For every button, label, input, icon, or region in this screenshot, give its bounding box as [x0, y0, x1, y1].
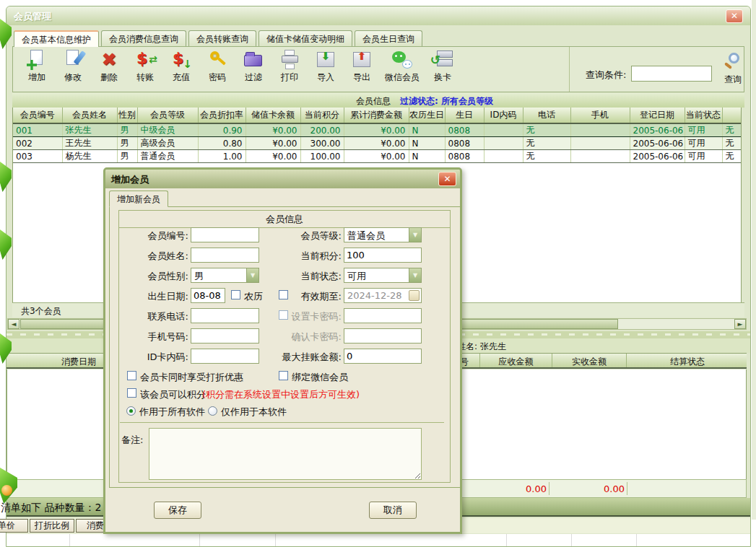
points-enable-checkbox[interactable]	[127, 388, 136, 398]
column-header[interactable]: 当前状态	[685, 108, 722, 123]
query-condition-label: 查询条件:	[586, 69, 626, 82]
column-header[interactable]: 性别	[117, 108, 137, 123]
filter-button[interactable]: 过滤	[235, 49, 271, 84]
recharge-button[interactable]: $↓ 充值	[163, 49, 199, 84]
bind-wechat-checkbox[interactable]	[279, 371, 288, 380]
column-header[interactable]: 电话	[523, 108, 570, 123]
column-header[interactable]: 结算状态	[627, 356, 748, 368]
member-id-input[interactable]	[191, 227, 259, 242]
column-header[interactable]: 储值卡余额	[246, 108, 300, 123]
column-header[interactable]: 打折比例	[30, 519, 74, 533]
birth-date-label: 出生日期:	[120, 290, 188, 303]
confirm-password-input	[344, 328, 422, 343]
confirm-password-label: 确认卡密码:	[275, 331, 342, 343]
max-credit-input[interactable]	[344, 349, 422, 364]
query-condition-input[interactable]	[631, 66, 712, 82]
column-header[interactable]: 会员等级	[137, 108, 198, 123]
export-button[interactable]: ⬆ 导出	[344, 49, 380, 84]
expiry-date-picker[interactable]: 2024-12-28	[344, 288, 422, 303]
dialog-tab-add-new-member[interactable]: 增加新会员	[109, 191, 168, 207]
this-software-radio[interactable]	[208, 406, 217, 416]
list-summary: 清单如下 品种数量：2	[1, 502, 101, 515]
cell: 无	[523, 123, 570, 137]
window-titlebar: 会员管理 ✕	[6, 6, 750, 25]
tab-birthday-query[interactable]: 会员生日查询	[355, 30, 422, 46]
column-header[interactable]: 当前积分	[300, 108, 344, 123]
toolbar: 增加 修改 ✖ 删除 $⇄ 转账 $↓ 充值	[12, 46, 744, 92]
modify-button[interactable]: 修改	[55, 49, 91, 84]
column-header[interactable]: 微信	[722, 108, 742, 123]
tab-consume-query[interactable]: 会员消费信息查询	[101, 30, 186, 46]
member-level-select[interactable]: 普通会员 ▼	[344, 227, 422, 242]
transfer-icon: $⇄	[133, 49, 157, 71]
dialog-close-button[interactable]: ✕	[438, 172, 456, 186]
column-header[interactable]: 会员编号	[13, 108, 62, 123]
chevron-down-icon[interactable]: ▼	[409, 268, 421, 282]
import-button[interactable]: ⬇ 导入	[308, 49, 344, 84]
cell: ¥0.00	[344, 150, 409, 163]
query-button[interactable]: 查询	[718, 51, 748, 86]
chevron-down-icon[interactable]: ▼	[409, 228, 421, 242]
scroll-left-arrow[interactable]: ◄	[8, 319, 19, 329]
state-select[interactable]: 可用 ▼	[344, 268, 422, 283]
phone-label: 联系电话:	[120, 310, 188, 323]
chevron-down-icon[interactable]: ▼	[246, 268, 258, 282]
calendar-button[interactable]	[409, 290, 420, 301]
id-card-input[interactable]	[191, 349, 259, 364]
column-header[interactable]: 手机	[570, 108, 630, 123]
transfer-button[interactable]: $⇄ 转账	[127, 49, 163, 84]
column-header[interactable]: 消费日期	[46, 356, 111, 368]
column-header[interactable]: 会员折扣率	[198, 108, 246, 123]
gender-select[interactable]: 男 ▼	[191, 268, 259, 283]
add-button[interactable]: 增加	[19, 49, 55, 84]
column-header[interactable]: 会员姓名	[62, 108, 117, 123]
member-table: 会员编号 会员姓名 性别 会员等级 会员折扣率 储值卡余额 当前积分 累计消费金…	[13, 108, 742, 163]
member-name-input[interactable]	[191, 248, 259, 263]
discount-checkbox[interactable]	[127, 371, 136, 380]
tab-stored-value-detail[interactable]: 储值卡储值变动明细	[258, 30, 352, 46]
table-row[interactable]: 002 王先生 男 高级会员 0.80 ¥0.00 300.00 ¥0.00 N…	[13, 137, 742, 150]
table-row[interactable]: 003 杨先生 男 普通会员 1.00 ¥0.00 100.00 ¥0.00 N…	[13, 150, 742, 163]
password-button[interactable]: 密码	[199, 49, 235, 84]
cell: 002	[13, 137, 62, 150]
cell: ¥0.00	[246, 150, 300, 163]
cell: N	[409, 137, 445, 150]
cell: 普通会员	[137, 150, 198, 163]
remark-textarea[interactable]	[149, 428, 422, 480]
expiry-checkbox[interactable]	[279, 290, 288, 299]
cell: ¥0.00	[246, 137, 300, 150]
cell: 0808	[445, 123, 484, 137]
points-input[interactable]	[344, 248, 422, 263]
column-header[interactable]: 实收金额	[552, 356, 626, 368]
table-row-selected[interactable]: 001 张先生 男 中级会员 0.90 ¥0.00 200.00 ¥0.00 N…	[13, 123, 742, 137]
column-header[interactable]: 登记日期	[630, 108, 685, 123]
wechat-member-button[interactable]: 微信会员	[380, 49, 425, 84]
cell: 高级会员	[137, 137, 198, 150]
phone-input[interactable]	[191, 308, 259, 323]
birth-date-input[interactable]	[191, 288, 225, 303]
print-button[interactable]: 打印	[271, 49, 308, 84]
fruit-decoration	[1, 485, 12, 496]
window-close-button[interactable]: ✕	[726, 9, 743, 23]
lunar-checkbox[interactable]	[231, 290, 240, 299]
column-header[interactable]: 累计消费金额	[344, 108, 409, 123]
save-button[interactable]: 保存	[154, 502, 201, 519]
column-header[interactable]: 生日	[445, 108, 484, 123]
column-header[interactable]: ID内码	[484, 108, 523, 123]
all-software-radio[interactable]	[126, 406, 136, 416]
background-gutter	[752, 0, 756, 520]
tab-transfer-query[interactable]: 会员转账查询	[188, 30, 256, 46]
cell: 男	[117, 150, 137, 163]
export-icon: ⬆	[349, 49, 374, 71]
cell: ¥0.00	[344, 123, 409, 137]
scroll-right-arrow[interactable]: ►	[734, 319, 746, 329]
dialog-title: 增加会员	[111, 173, 149, 186]
column-header[interactable]: 应收金额	[480, 356, 552, 368]
tab-member-info[interactable]: 会员基本信息维护	[14, 30, 99, 47]
cancel-button[interactable]: 取消	[369, 502, 417, 519]
column-header[interactable]: 农历生日	[409, 108, 445, 123]
delete-button[interactable]: ✖ 删除	[91, 49, 127, 84]
column-header[interactable]: 单价	[0, 519, 28, 533]
change-card-button[interactable]: ↺ 换卡	[425, 49, 461, 84]
mobile-input[interactable]	[191, 328, 259, 343]
